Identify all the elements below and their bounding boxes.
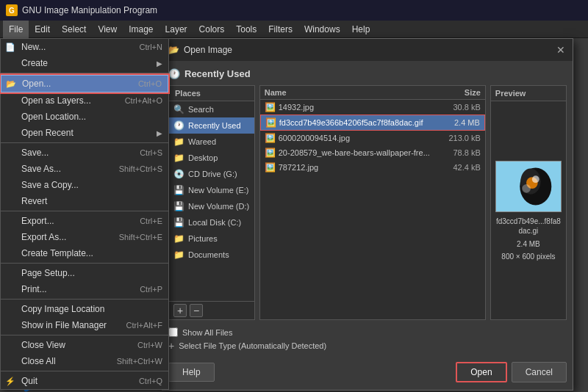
separator-4 xyxy=(1,263,168,264)
menu-save-as[interactable]: Save As... Shift+Ctrl+S xyxy=(1,161,168,177)
menu-copy-image-location[interactable]: Copy Image Location xyxy=(1,301,168,317)
menu-item-colors[interactable]: Colors xyxy=(193,21,231,38)
menu-create[interactable]: Create ▶ xyxy=(1,55,168,71)
menu-close-view[interactable]: Close View Ctrl+W xyxy=(1,337,168,353)
menu-item-select[interactable]: Select xyxy=(56,21,92,38)
menu-open-location[interactable]: Open Location... xyxy=(1,109,168,125)
main-area: 📄 New... Ctrl+N Create ▶ 📂 Open... Ctrl+… xyxy=(0,38,588,392)
menu-item-file[interactable]: File xyxy=(3,21,29,38)
menu-quit[interactable]: ⚡ Quit Ctrl+Q xyxy=(1,373,168,389)
menu-open-layers[interactable]: Open as Layers... Ctrl+Alt+O xyxy=(1,92,168,109)
place-desktop[interactable]: 📁 Desktop xyxy=(169,150,254,166)
menu-export-as[interactable]: Export As... Shift+Ctrl+E xyxy=(1,229,168,245)
place-pictures[interactable]: 📁 Pictures xyxy=(169,231,254,247)
pictures-icon: 📁 xyxy=(173,233,184,244)
show-all-files-row: Show All Files xyxy=(168,327,567,337)
menu-close-all[interactable]: Close All Shift+Ctrl+W xyxy=(1,353,168,369)
file-787212-size: 42.4 kB xyxy=(433,163,481,172)
desktop-icon: 📁 xyxy=(173,153,184,163)
dialog-content: Places 🔍 Search 🕐 Recently Used 📁 Wareed xyxy=(168,85,567,320)
file-14932-icon: 🖼️ xyxy=(265,102,276,112)
remove-place-button[interactable]: − xyxy=(190,304,203,317)
select-file-type-expand[interactable]: + xyxy=(168,340,174,352)
file-14932-size: 30.8 kB xyxy=(433,103,481,112)
menu-export[interactable]: Export... Ctrl+E xyxy=(1,213,168,229)
file-item-bears[interactable]: 🖼️ 20-208579_we-bare-bears-wallpaper-fre… xyxy=(260,145,485,160)
menu-save-copy[interactable]: Save a Copy... xyxy=(1,177,168,193)
menu-page-setup[interactable]: Page Setup... xyxy=(1,265,168,281)
documents-icon: 📁 xyxy=(173,250,184,260)
place-desktop-label: Desktop xyxy=(188,153,218,162)
files-col-size-header: Size xyxy=(433,88,481,97)
cd-drive-icon: 💿 xyxy=(173,169,184,179)
menu-item-windows[interactable]: Windows xyxy=(298,21,346,38)
help-button[interactable]: Help xyxy=(168,363,215,382)
files-scroll-area[interactable]: 🖼️ 14932.jpg 30.8 kB 🖼️ fd3ccd7b49e366b4… xyxy=(260,100,485,319)
file-item-14932[interactable]: 🖼️ 14932.jpg 30.8 kB xyxy=(260,100,485,115)
menu-show-in-file-manager[interactable]: Show in File Manager Ctrl+Alt+F xyxy=(1,317,168,333)
app-title: GNU Image Manipulation Program xyxy=(22,5,157,15)
app-icon: G xyxy=(6,4,18,16)
place-wareed-label: Wareed xyxy=(188,137,216,146)
open-button[interactable]: Open xyxy=(456,362,506,382)
file-fd3ccd-icon: 🖼️ xyxy=(265,117,276,128)
file-6000200-icon: 🖼️ xyxy=(265,133,276,143)
place-local-disk-c-label: Local Disk (C:) xyxy=(188,218,241,227)
dialog-title: 📂 Open Image xyxy=(168,45,232,55)
files-panel: Name Size 🖼️ 14932.jpg 30.8 kB 🖼️ fd3ccd… xyxy=(259,85,486,320)
place-new-volume-e[interactable]: 💾 New Volume (E:) xyxy=(169,182,254,198)
local-disk-c-icon: 💾 xyxy=(173,217,184,228)
place-documents[interactable]: 📁 Documents xyxy=(169,247,254,263)
places-bottom-controls: + − xyxy=(169,301,254,319)
menu-open-recent[interactable]: Open Recent ▶ xyxy=(1,125,168,141)
add-place-button[interactable]: + xyxy=(173,304,187,317)
file-item-fd3ccd[interactable]: 🖼️ fd3ccd7b49e366b4206f5ac7f8fa8dac.gif … xyxy=(260,115,485,131)
recently-used-place-icon: 🕐 xyxy=(173,120,184,131)
cancel-button[interactable]: Cancel xyxy=(512,362,567,382)
file-item-6000200[interactable]: 🖼️ 6000200094514.jpg 213.0 kB xyxy=(260,131,485,145)
svg-point-4 xyxy=(532,175,539,183)
preview-thumbnail xyxy=(495,161,562,212)
dialog-body: 🕐 Recently Used Places 🔍 Search 🕐 Recent… xyxy=(162,61,573,390)
menu-item-view[interactable]: View xyxy=(92,21,123,38)
dialog-title-icon: 📂 xyxy=(168,45,179,55)
separator-1 xyxy=(1,73,168,73)
file-item-787212[interactable]: 🖼️ 787212.jpg 42.4 kB xyxy=(260,160,485,175)
file-787212-icon: 🖼️ xyxy=(265,162,276,173)
menu-item-help[interactable]: Help xyxy=(346,21,376,38)
menu-open[interactable]: 📂 Open... Ctrl+O xyxy=(1,75,168,92)
wareed-icon: 📁 xyxy=(173,137,184,147)
show-all-files-checkbox[interactable] xyxy=(168,327,178,337)
place-search[interactable]: 🔍 Search xyxy=(169,101,254,117)
menu-item-layer[interactable]: Layer xyxy=(159,21,193,38)
menu-new[interactable]: 📄 New... Ctrl+N xyxy=(1,39,168,55)
file-fd3ccd-name: fd3ccd7b49e366b4206f5ac7f8fa8dac.gif xyxy=(279,118,429,127)
dialog-buttons: Help Open Cancel xyxy=(168,359,567,384)
file-6000200-name: 6000200094514.jpg xyxy=(279,134,430,142)
files-col-name-header: Name xyxy=(265,88,433,97)
open-icon: 📂 xyxy=(6,79,16,89)
dialog-close-button[interactable]: ✕ xyxy=(555,44,567,56)
menu-create-template[interactable]: Create Template... xyxy=(1,245,168,261)
places-panel: Places 🔍 Search 🕐 Recently Used 📁 Wareed xyxy=(168,85,255,320)
menu-item-tools[interactable]: Tools xyxy=(230,21,262,38)
place-local-disk-c[interactable]: 💾 Local Disk (C:) xyxy=(169,214,254,231)
place-new-volume-d[interactable]: 💾 New Volume (D:) xyxy=(169,198,254,214)
menu-save[interactable]: Save... Ctrl+S xyxy=(1,145,168,161)
place-cd-drive[interactable]: 💿 CD Drive (G:) xyxy=(169,166,254,182)
recently-used-label: Recently Used xyxy=(184,68,251,79)
new-icon: 📄 xyxy=(5,43,15,52)
menu-item-image[interactable]: Image xyxy=(123,21,159,38)
menu-item-edit[interactable]: Edit xyxy=(29,21,56,38)
file-787212-name: 787212.jpg xyxy=(279,163,430,172)
place-cd-drive-label: CD Drive (G:) xyxy=(188,170,237,178)
menu-print[interactable]: Print... Ctrl+P xyxy=(1,281,168,297)
menu-bar: File Edit Select View Image Layer Colors… xyxy=(0,21,588,38)
file-bears-name: 20-208579_we-bare-bears-wallpaper-fre... xyxy=(279,148,430,157)
file-menu-dropdown: 📄 New... Ctrl+N Create ▶ 📂 Open... Ctrl+… xyxy=(0,38,169,390)
menu-item-filters[interactable]: Filters xyxy=(262,21,298,38)
place-wareed[interactable]: 📁 Wareed xyxy=(169,134,254,150)
menu-revert[interactable]: Revert xyxy=(1,193,168,209)
place-recently-used[interactable]: 🕐 Recently Used xyxy=(169,117,254,134)
recently-used-header: 🕐 Recently Used xyxy=(168,67,567,81)
